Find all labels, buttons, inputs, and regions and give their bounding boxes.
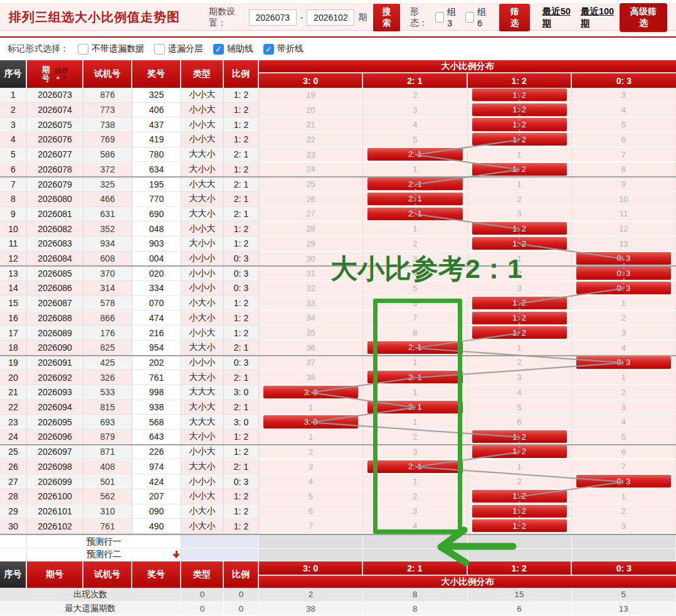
- period-from-input[interactable]: [249, 9, 297, 26]
- ratio-hit-cell: 3: 0: [263, 386, 358, 398]
- prediction-row-1: 预测行一: [0, 534, 676, 549]
- dist-cell: 26: [259, 192, 363, 207]
- ratio-cell: 2: 1: [224, 370, 259, 385]
- sort-desc-icon[interactable]: ▼: [61, 74, 68, 80]
- dist-cell: 3: [572, 519, 676, 534]
- table-row: 212026093533998大大大3: 03: 0142: [0, 385, 676, 400]
- test-number-cell: 879: [83, 430, 132, 445]
- dist-cell: 11: [572, 207, 676, 222]
- prize-number-cell: 070: [132, 296, 181, 311]
- period-cell: 2026074: [27, 103, 83, 118]
- recent-50-link[interactable]: 最近50期: [542, 6, 573, 29]
- miss-count: 2: [621, 313, 626, 322]
- prediction-dist-cell: [363, 548, 467, 561]
- prediction-type-ratio-cell[interactable]: [181, 535, 259, 549]
- period-unit-label: 期: [358, 12, 367, 23]
- dist-cell: 7: [572, 460, 676, 475]
- miss-count: 8: [621, 164, 626, 174]
- search-button[interactable]: 搜索: [373, 4, 399, 31]
- header-period: 期号 排序 ▲▼: [27, 60, 83, 88]
- seq-cell: 15: [0, 296, 27, 311]
- prediction-seq-cell: [0, 548, 27, 561]
- ratio-cell: 2: 1: [224, 177, 259, 192]
- ratio-hit-cell: 0: 3: [576, 252, 671, 265]
- type-cell: 大小大: [181, 400, 224, 415]
- dist-cell: 6: [572, 132, 676, 147]
- summary-value: 0: [181, 602, 224, 616]
- dist-cell: 0: 3: [572, 474, 676, 489]
- mark-option-checkbox[interactable]: [213, 44, 224, 55]
- miss-count: 6: [517, 417, 522, 427]
- mark-option-checkbox[interactable]: [263, 44, 274, 55]
- miss-count: 2: [621, 388, 626, 397]
- table-row: 42026076769419小小大1: 22251: 26: [0, 132, 676, 147]
- sort-asc-icon[interactable]: ▲: [55, 74, 61, 80]
- header-type: 类型: [181, 60, 224, 88]
- miss-count: 9: [621, 179, 626, 189]
- type-cell: 小小大: [181, 221, 224, 236]
- dist-cell: 1: [259, 400, 363, 415]
- period-cell: 2026073: [27, 88, 83, 103]
- prize-number-cell: 424: [132, 474, 181, 489]
- prize-number-cell: 780: [132, 147, 181, 162]
- advanced-filter-button[interactable]: 高级筛选: [620, 3, 667, 32]
- table-row: 182026090825954大大小2: 1362: 114: [0, 341, 676, 356]
- seq-cell: 27: [0, 474, 27, 489]
- sort-control[interactable]: 排序 ▲▼: [55, 68, 68, 80]
- miss-count: 1: [517, 179, 522, 189]
- ratio-hit-cell: 1: 2: [472, 222, 567, 235]
- test-number-cell: 533: [83, 385, 132, 400]
- dist-cell: 6: [259, 504, 363, 519]
- seq-cell: 17: [0, 326, 27, 341]
- period-controls: 期数设置： - 期 搜索 形态： 组3组6 筛选 最近50期 最近100期 高级…: [209, 3, 667, 32]
- ratio-header-bottom: 3: 02: 11: 20: 3: [259, 561, 676, 575]
- type-cell: 大小小: [181, 236, 224, 252]
- header-ratio: 比例: [224, 60, 259, 88]
- miss-count: 27: [306, 209, 315, 218]
- miss-count: 3: [621, 90, 626, 100]
- seq-cell: 5: [0, 147, 27, 162]
- miss-count: 3: [517, 373, 522, 382]
- table-row: 162026088866474小大小1: 23471: 22: [0, 311, 676, 326]
- dist-cell: 3: [572, 326, 676, 341]
- mark-option-checkbox[interactable]: [78, 44, 88, 55]
- miss-count: 3: [621, 328, 626, 337]
- miss-count: 25: [306, 179, 315, 189]
- type-cell: 小小小: [181, 474, 224, 489]
- expand-down-arrow-icon[interactable]: [172, 551, 180, 558]
- filter-button[interactable]: 筛选: [499, 4, 529, 31]
- prediction-dist-cell: [468, 548, 572, 561]
- dist-cell: 9: [572, 177, 676, 192]
- ratio-cell: 2: 1: [224, 192, 259, 207]
- period-cell: 2026087: [27, 296, 83, 311]
- mark-option-checkbox[interactable]: [154, 44, 165, 55]
- recent-100-link[interactable]: 最近100期: [581, 6, 616, 29]
- ratio-cell: 1: 2: [224, 504, 259, 519]
- prediction-label[interactable]: 预测行一: [27, 535, 181, 549]
- dist-cell: 3: [572, 400, 676, 415]
- dist-cell: 3: 0: [259, 415, 363, 430]
- seq-cell: 18: [0, 341, 27, 356]
- miss-count: 20: [306, 105, 315, 115]
- ratio-hit-cell: 1: 2: [472, 118, 567, 130]
- shape-option-checkbox[interactable]: [435, 12, 444, 23]
- prediction-dist-cell: [259, 548, 363, 561]
- period-to-input[interactable]: [307, 9, 354, 26]
- dist-cell: 3: [259, 460, 363, 475]
- dist-cell: 4: [572, 103, 676, 118]
- type-cell: 小小大: [181, 445, 224, 460]
- dist-cell: 37: [259, 356, 363, 371]
- summary-value: 38: [259, 602, 363, 616]
- table-row: 172026089176216小小大1: 23581: 23: [0, 326, 676, 341]
- test-number-cell: 871: [83, 445, 132, 460]
- seq-cell: 13: [0, 266, 27, 281]
- miss-count: 6: [309, 506, 313, 516]
- miss-count: 2: [413, 239, 417, 248]
- shape-option-checkbox[interactable]: [465, 12, 474, 23]
- ratio-cell: 2: 1: [224, 147, 259, 162]
- test-number-cell: 769: [83, 132, 132, 147]
- prediction-label[interactable]: 预测行二: [27, 548, 181, 561]
- period-cell: 2026080: [27, 192, 83, 207]
- prediction-type-ratio-cell[interactable]: [181, 548, 259, 561]
- table-row: 222026094815938大小大2: 112: 153: [0, 400, 676, 415]
